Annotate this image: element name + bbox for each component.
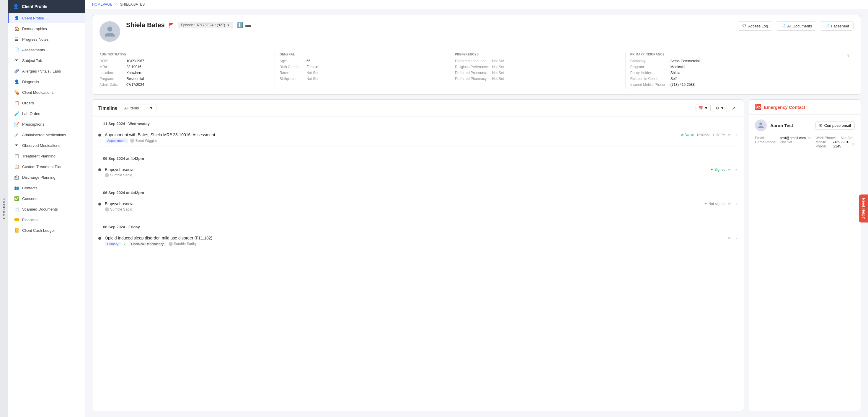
sidebar-item-subject-tab[interactable]: 👁 Subject Tab bbox=[8, 55, 85, 66]
info-icon[interactable]: ℹ️ bbox=[237, 22, 243, 28]
discharge-planning-label: Discharge Planning bbox=[22, 175, 56, 180]
navigate-button[interactable]: → bbox=[734, 236, 738, 240]
layout-icon[interactable]: ▬ bbox=[245, 22, 251, 28]
navigate-button[interactable]: → bbox=[734, 201, 738, 206]
patient-top: Shiela Bates 🚩 Episode: 07/17/2024 * (92… bbox=[99, 21, 251, 42]
preferences-title: PREFERENCES bbox=[455, 53, 621, 56]
timeline-filter[interactable]: All Items ▼ bbox=[121, 104, 156, 112]
client-medications-icon: 💊 bbox=[14, 90, 19, 95]
field-value: Self bbox=[671, 77, 677, 81]
financial-label: Financial bbox=[22, 218, 37, 222]
filter-icon: ⚙ bbox=[716, 106, 719, 110]
facesheet-icon: 📄 bbox=[824, 24, 829, 28]
navigate-button[interactable]: → bbox=[734, 132, 738, 137]
sidebar-item-contacts[interactable]: 👥 Contacts bbox=[8, 182, 85, 193]
sidebar-item-client-cash-ledger[interactable]: 📒 Client Cash Ledger bbox=[8, 225, 85, 236]
sidebar-item-financial[interactable]: 💳 Financial bbox=[8, 214, 85, 225]
info-row: MR#: 23-10016 bbox=[99, 65, 270, 69]
insurance-info-icon[interactable]: ℹ bbox=[847, 54, 849, 58]
sidebar-item-administered-medications[interactable]: 💉 Administered Medications bbox=[8, 130, 85, 140]
timeline-item: BiopsychosocialSumble Sadiq✦ Not signed✏… bbox=[98, 198, 738, 215]
time-range: 12:00AM - 11:59PM bbox=[696, 133, 725, 137]
sidebar-item-orders[interactable]: 📋 Orders bbox=[8, 98, 85, 108]
progress-notes-icon: ☰ bbox=[14, 37, 19, 42]
all-documents-button[interactable]: 📄All Documents bbox=[776, 21, 816, 31]
timeline-item: BiopsychosocialSumble Sadiq✦ Signed✏→ bbox=[98, 164, 738, 181]
client-profile-label: Client Profile bbox=[22, 16, 44, 20]
custom-treatment-plan-icon: 📋 bbox=[14, 164, 19, 169]
user-avatar-dot bbox=[130, 139, 134, 143]
sidebar-item-diagnosis[interactable]: 👤 Diagnosis bbox=[8, 76, 85, 87]
sidebar-item-client-medications[interactable]: 💊 Client Medications bbox=[8, 87, 85, 98]
insurance-title: PRIMARY INSURANCE bbox=[630, 53, 664, 56]
breadcrumb-sep: >> bbox=[114, 2, 118, 6]
sidebar-item-treatment-planning[interactable]: 📋 Treatment Planning bbox=[8, 151, 85, 161]
access-log-button[interactable]: 🛡Access Log bbox=[738, 21, 772, 31]
field-label: Preferred Pharmacy bbox=[455, 77, 490, 81]
flag-icon[interactable]: 🚩 bbox=[168, 23, 174, 28]
preferences-fields: Preferred Language: Not Set Religious Pr… bbox=[455, 59, 621, 81]
calendar-arrow: ▼ bbox=[704, 106, 708, 110]
field-label: Program: bbox=[99, 77, 125, 81]
edit-button[interactable]: ✏ bbox=[728, 167, 731, 172]
timeline-item-title: Opioid-induced sleep disorder, mild use … bbox=[105, 236, 724, 240]
breadcrumb: HOMEPAGE >> SHIELA BATES bbox=[85, 0, 868, 9]
timeline-calendar-btn[interactable]: 📅 ▼ bbox=[695, 104, 711, 112]
info-row: Birth Gender: Female bbox=[280, 65, 445, 69]
sidebar-item-prescriptions[interactable]: 📝 Prescriptions bbox=[8, 119, 85, 130]
timeline-item-meta: Sumble Sadiq bbox=[105, 173, 707, 177]
edit-button[interactable]: ✏ bbox=[728, 132, 731, 137]
contact-details: Email: test@gmail.com ⧉ Home Phone: Not … bbox=[755, 136, 855, 148]
edit-button[interactable]: ✏ bbox=[728, 236, 731, 240]
allergies-icon: 🧬 bbox=[14, 69, 19, 73]
lab-orders-label: Lab Orders bbox=[22, 111, 41, 116]
sidebar-item-scanned-documents[interactable]: 📄 Scanned Documents bbox=[8, 204, 85, 214]
timeline-item-right: ✦ Signed✏→ bbox=[710, 167, 738, 172]
timeline-date-group: 06 Sep 2024 at 4:42pmBiopsychosocialSumb… bbox=[98, 186, 738, 215]
sidebar-item-demographics[interactable]: 🏠 Demographics bbox=[8, 23, 85, 34]
timeline-filter-btn[interactable]: ⚙ ▼ bbox=[713, 104, 727, 112]
timeline-date-label: 11 Sep 2024 - Wednesday bbox=[98, 121, 738, 126]
sidebar-item-assessments[interactable]: 📄 Assessments bbox=[8, 44, 85, 55]
timeline-date-group: 06 Sep 2024 - FridayOpioid-induced sleep… bbox=[98, 220, 738, 250]
navigate-button[interactable]: → bbox=[734, 167, 738, 172]
breadcrumb-home[interactable]: HOMEPAGE bbox=[92, 2, 112, 6]
sidebar-item-observed-medications[interactable]: 👁 Observed Medications bbox=[8, 140, 85, 151]
timeline-dot bbox=[98, 168, 101, 171]
contact-field-value: (469) 901-2345 bbox=[833, 140, 850, 148]
check-icon: ✓ bbox=[123, 242, 126, 246]
sidebar-item-client-profile[interactable]: 👤 Client Profile bbox=[8, 13, 85, 23]
field-value: 23-10016 bbox=[126, 65, 142, 69]
timeline-expand-btn[interactable]: ↗ bbox=[729, 104, 738, 112]
all-documents-label: All Documents bbox=[787, 24, 812, 28]
copy-icon[interactable]: ⧉ bbox=[852, 142, 855, 146]
timeline-item-meta: AppointmentBrent Wiggins bbox=[105, 138, 677, 143]
edit-button[interactable]: ✏ bbox=[728, 201, 731, 206]
emergency-title: Emergency Contact bbox=[764, 105, 805, 110]
timeline-filter-arrow: ▼ bbox=[149, 106, 153, 110]
sidebar-item-discharge-planning[interactable]: 🏥 Discharge Planning bbox=[8, 172, 85, 182]
sidebar-item-allergies[interactable]: 🧬 Allergies / Vitals / Labs bbox=[8, 66, 85, 76]
sidebar-item-custom-treatment-plan[interactable]: 📋 Custom Treatment Plan bbox=[8, 161, 85, 172]
compose-email-button[interactable]: ✉ Compose email bbox=[815, 121, 855, 130]
compose-label: Compose email bbox=[824, 123, 851, 128]
episode-badge[interactable]: Episode: 07/17/2024 * (927) ▼ bbox=[178, 22, 233, 28]
sidebar-item-lab-orders[interactable]: 🧪 Lab Orders bbox=[8, 108, 85, 119]
homepage-strip[interactable]: HOMEPAGE bbox=[0, 0, 8, 417]
field-value: 10/09/1967 bbox=[126, 59, 144, 63]
field-value: Knowhere bbox=[126, 71, 142, 75]
sidebar-header-label: Client Profile bbox=[22, 4, 47, 9]
copy-icon[interactable]: ⧉ bbox=[808, 136, 811, 140]
action-buttons: 🛡Access Log📄All Documents📄Facesheet bbox=[738, 21, 854, 31]
diagnosis-label: Diagnosis bbox=[22, 80, 39, 84]
client-cash-ledger-label: Client Cash Ledger bbox=[22, 228, 55, 233]
timeline-item-content: BiopsychosocialSumble Sadiq bbox=[105, 167, 707, 177]
need-help-button[interactable]: Need Help? bbox=[859, 194, 868, 222]
sidebar-header: 👤 Client Profile bbox=[8, 0, 85, 13]
patient-name-section: Shiela Bates 🚩 Episode: 07/17/2024 * (92… bbox=[126, 21, 251, 30]
sidebar-item-consents[interactable]: ✅ Consents bbox=[8, 193, 85, 204]
administered-medications-label: Administered Medications bbox=[22, 133, 66, 137]
facesheet-button[interactable]: 📄Facesheet bbox=[820, 21, 854, 31]
sidebar-item-progress-notes[interactable]: ☰ Progress Notes bbox=[8, 34, 85, 44]
insurance-fields: Company: Aetna Commercial Program: Medic… bbox=[630, 59, 849, 87]
